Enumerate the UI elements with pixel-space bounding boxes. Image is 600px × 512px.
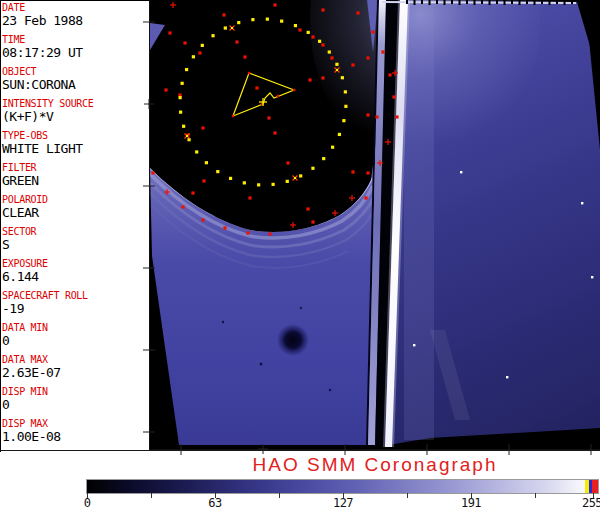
star xyxy=(506,376,508,378)
metadata-sidebar: DATE23 Feb 1988TIME08:17:29 UTOBJECTSUN:… xyxy=(2,2,148,450)
colorbar-label: 127 xyxy=(333,496,353,510)
meta-label: DATE xyxy=(2,2,148,13)
meta-label: TIME xyxy=(2,34,148,45)
frame-top-edge xyxy=(382,2,576,3)
meta-label: SPACECRAFT ROLL xyxy=(2,290,148,301)
meta-value: -19 xyxy=(2,301,148,316)
meta-label: INTENSITY SOURCE xyxy=(2,98,148,109)
meta-item: TIME08:17:29 UT xyxy=(2,34,148,60)
colorbar-tick xyxy=(279,493,280,498)
meta-label: POLAROID xyxy=(2,194,148,205)
meta-value: WHITE LIGHT xyxy=(2,141,148,156)
meta-label: DISP MAX xyxy=(2,418,148,429)
meta-value: CLEAR xyxy=(2,205,148,220)
meta-item: DISP MAX1.00E-08 xyxy=(2,418,148,444)
smm-coronagraph-viewer: DATE23 Feb 1988TIME08:17:29 UTOBJECTSUN:… xyxy=(0,0,600,512)
window-border-left xyxy=(0,0,1,452)
star xyxy=(581,202,583,204)
meta-label: SECTOR xyxy=(2,226,148,237)
meta-item: DISP MIN0 xyxy=(2,386,148,412)
colorbar-label: 255 xyxy=(582,496,600,510)
meta-value: (K+F)*V xyxy=(2,109,148,124)
meta-value: 0 xyxy=(2,333,148,348)
meta-item: EXPOSURE6.144 xyxy=(2,258,148,284)
colorbar-gradient xyxy=(86,479,599,494)
colorbar-label: 0 xyxy=(84,496,91,510)
meta-label: OBJECT xyxy=(2,66,148,77)
colorbar-tick xyxy=(535,493,536,498)
meta-item: OBJECTSUN:CORONA xyxy=(2,66,148,92)
meta-item: DATE23 Feb 1988 xyxy=(2,2,148,28)
colorbar-tick xyxy=(407,493,408,498)
star xyxy=(413,344,415,346)
meta-item: INTENSITY SOURCE(K+F)*V xyxy=(2,98,148,124)
meta-item: FILTERGREEN xyxy=(2,162,148,188)
meta-item: SECTORS xyxy=(2,226,148,252)
meta-value: 08:17:29 UT xyxy=(2,45,148,60)
meta-value: SUN:CORONA xyxy=(2,77,148,92)
star xyxy=(460,171,462,173)
meta-item: DATA MIN0 xyxy=(2,322,148,348)
meta-value: 2.63E-07 xyxy=(2,365,148,380)
colorbar-label: 63 xyxy=(208,496,221,510)
meta-value: 6.144 xyxy=(2,269,148,284)
meta-item: DATA MAX2.63E-07 xyxy=(2,354,148,380)
meta-label: DATA MAX xyxy=(2,354,148,365)
coronagraph-image xyxy=(140,0,600,456)
meta-item: TYPE-OBSWHITE LIGHT xyxy=(2,130,148,156)
meta-label: EXPOSURE xyxy=(2,258,148,269)
window-border-top xyxy=(0,0,150,1)
image-title: HAO SMM Coronagraph xyxy=(150,454,600,476)
meta-value: 1.00E-08 xyxy=(2,429,148,444)
meta-label: FILTER xyxy=(2,162,148,173)
meta-value: GREEN xyxy=(2,173,148,188)
meta-label: DATA MIN xyxy=(2,322,148,333)
meta-label: TYPE-OBS xyxy=(2,130,148,141)
meta-value: 23 Feb 1988 xyxy=(2,13,148,28)
colorbar-label: 191 xyxy=(461,496,481,510)
meta-value: S xyxy=(2,237,148,252)
meta-item: SPACECRAFT ROLL-19 xyxy=(2,290,148,316)
meta-value: 0 xyxy=(2,397,148,412)
meta-label: DISP MIN xyxy=(2,386,148,397)
meta-item: POLAROIDCLEAR xyxy=(2,194,148,220)
dust-blob xyxy=(277,324,309,356)
colorbar-tick xyxy=(151,493,152,498)
star xyxy=(591,276,593,278)
